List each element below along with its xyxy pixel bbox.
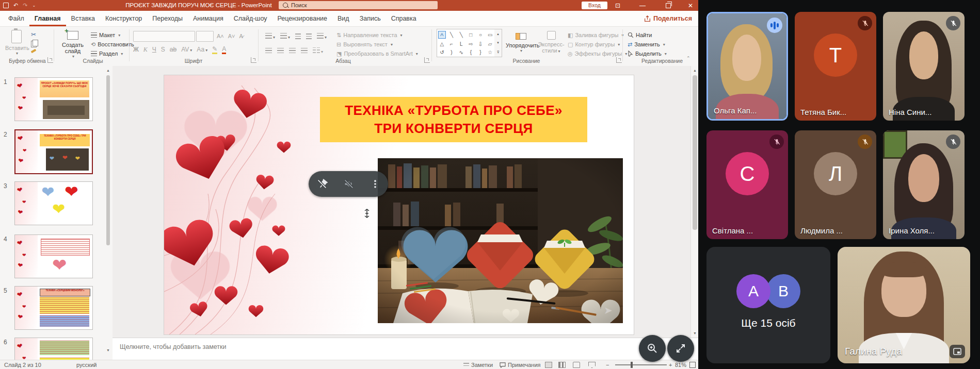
view-sorter-button[interactable] (558, 360, 566, 369)
shape-fill-button[interactable]: ◧Заливка фигуры▾ (568, 31, 623, 39)
bold-button[interactable]: Ж (133, 46, 139, 53)
shrink-font-icon[interactable]: A˅ (228, 33, 235, 39)
convert-smartart-button[interactable]: ⬔Преобразовать в SmartArt▾ (336, 49, 418, 58)
redo-icon[interactable]: ↷ (23, 2, 27, 9)
customize-qat-icon[interactable]: ⌄ (32, 3, 36, 8)
text-direction-button[interactable]: ⇅Направление текста▾ (336, 31, 403, 39)
slide-4-thumbnail[interactable]: ❤❤❤ ❤ (14, 234, 93, 278)
search-input[interactable]: Поиск (279, 1, 438, 9)
clear-formatting-icon[interactable]: A̷ (239, 33, 243, 39)
arrange-button[interactable]: Упорядочить ▾ (506, 30, 536, 53)
strikethrough-button[interactable]: ab (170, 46, 176, 53)
slide-2-thumbnail[interactable]: ❤❤❤ ТЕХНІКА «ТУРБОТА ПРО СЕБЕ» ТРИ КОНВЕ… (14, 129, 93, 174)
shape-effects-button[interactable]: ◎Эффекты фигуры▾ (568, 49, 627, 58)
tab-review[interactable]: Рецензирование (272, 11, 332, 26)
shape-arc[interactable]: ) (451, 49, 452, 55)
view-reading-button[interactable] (573, 360, 580, 369)
layout-button[interactable]: Макет▾ (91, 31, 120, 39)
scroll-up-icon[interactable]: ▲ (692, 67, 698, 74)
shape-triangle[interactable]: △ (440, 41, 444, 47)
numbering-icon[interactable]: ▾ (280, 33, 290, 40)
new-slide-button[interactable]: Создать слайд ▾ (58, 30, 88, 59)
font-dialog-launcher-icon[interactable] (251, 57, 256, 63)
clipboard-dialog-launcher-icon[interactable] (47, 57, 53, 63)
increase-indent-icon[interactable] (306, 33, 312, 39)
panel-scroll-down-icon[interactable]: ▼ (105, 347, 111, 354)
format-painter-icon[interactable] (31, 49, 37, 53)
align-right-icon[interactable] (289, 48, 296, 54)
shape-brace-right[interactable]: } (479, 49, 481, 55)
paragraph-dialog-launcher-icon[interactable] (424, 57, 430, 63)
section-button[interactable]: Раздел▾ (91, 49, 123, 58)
notes-pane[interactable]: Щелкните, чтобы добавить заметки (113, 338, 698, 360)
more-participants-tile[interactable]: A B Ще 15 осіб (706, 247, 830, 363)
collapse-ribbon-icon[interactable]: ⌃ (686, 56, 690, 61)
shape-curve[interactable]: ↺ (440, 49, 444, 55)
tab-transitions[interactable]: Переходы (147, 11, 188, 26)
zoom-slider-thumb[interactable] (631, 362, 633, 368)
volume-off-icon[interactable] (343, 178, 355, 190)
panel-scroll-up-icon[interactable]: ▲ (105, 67, 111, 74)
participant-tile-nina[interactable]: Ніна Сини... (883, 12, 965, 121)
tab-view[interactable]: Вид (332, 11, 355, 26)
slide-title-box[interactable]: ТЕХНІКА «ТУРБОТА ПРО СЕБЕ» ТРИ КОНВЕРТИ … (320, 97, 587, 142)
more-options-icon[interactable] (370, 179, 380, 189)
paste-button[interactable]: Вставить ▾ (5, 30, 28, 56)
find-button[interactable]: Найти (628, 31, 652, 39)
shape-oval[interactable]: ○ (479, 32, 482, 38)
slide-photo[interactable] (378, 158, 623, 323)
scroll-thumb[interactable] (693, 75, 697, 230)
restore-icon[interactable] (660, 0, 677, 11)
shape-star[interactable]: ☆ (488, 49, 492, 55)
text-shadow-button[interactable]: S (161, 46, 165, 53)
tab-animations[interactable]: Анимация (188, 11, 229, 26)
shape-arrow-down[interactable]: ⇩ (478, 41, 483, 47)
current-slide[interactable]: ТЕХНІКА «ТУРБОТА ПРО СЕБЕ» ТРИ КОНВЕРТИ … (164, 75, 634, 334)
drawing-dialog-launcher-icon[interactable] (616, 57, 622, 63)
reset-button[interactable]: ⟲Восстановить (91, 40, 134, 48)
decrease-indent-icon[interactable] (295, 33, 301, 39)
font-color-button[interactable]: А (222, 45, 226, 54)
tab-file[interactable]: Файл (3, 11, 29, 26)
language-indicator[interactable]: русский (76, 360, 97, 369)
shape-rect[interactable]: □ (469, 32, 472, 38)
participant-tile-tetiana[interactable]: Т Тетяна Бик... (795, 12, 876, 121)
tab-help[interactable]: Справка (386, 11, 422, 26)
sign-in-button[interactable]: Вход (582, 2, 607, 9)
shape-freeform[interactable]: ∿ (459, 49, 463, 55)
tab-design[interactable]: Конструктор (100, 11, 147, 26)
columns-icon[interactable]: ▾ (313, 47, 323, 54)
shape-arrow-line[interactable]: ╲ (460, 32, 463, 38)
self-tile-halyna[interactable]: Галина Руда (838, 247, 970, 363)
comments-toggle[interactable]: Примечания (500, 360, 541, 369)
shape-elbow[interactable]: ⌐ (450, 41, 453, 47)
unpin-icon[interactable] (316, 178, 328, 190)
cut-icon[interactable]: ✂ (31, 31, 37, 38)
character-spacing-button[interactable]: AV▾ (181, 46, 192, 53)
next-slide-arrow-icon[interactable]: ➤ (604, 304, 613, 316)
view-slideshow-button[interactable] (588, 360, 596, 369)
meet-zoom-in-button[interactable] (639, 335, 666, 362)
meet-fullscreen-button[interactable] (667, 335, 694, 362)
underline-button[interactable]: Ч (152, 46, 156, 53)
zoom-in-button[interactable]: + (669, 360, 672, 369)
font-size-input[interactable] (196, 31, 214, 42)
font-name-input[interactable] (133, 31, 195, 42)
tab-slideshow[interactable]: Слайд-шоу (229, 11, 272, 26)
tab-record[interactable]: Запись (355, 11, 386, 26)
tab-home[interactable]: Главная (29, 11, 66, 26)
zoom-slider[interactable] (615, 364, 667, 365)
minimize-icon[interactable]: — (634, 0, 651, 11)
copy-icon[interactable] (31, 41, 37, 47)
select-button[interactable]: Выделить▾ (628, 49, 667, 58)
align-center-icon[interactable] (277, 48, 284, 54)
undo-icon[interactable]: ↶ (13, 2, 18, 9)
highlight-button[interactable]: ✎ (212, 45, 217, 54)
tab-insert[interactable]: Вставка (66, 11, 100, 26)
bullets-icon[interactable]: ▾ (265, 33, 275, 40)
shape-line[interactable]: ╲ (450, 32, 453, 38)
shapes-gallery-scroll[interactable]: ▴▾⊽ (494, 29, 502, 57)
slide-5-thumbnail[interactable]: ❤❤❤ ТЕХНІКА «СЕРЦЕВИЙ МОНОЛОГ» (14, 286, 93, 330)
notes-toggle[interactable]: Заметки (463, 360, 493, 369)
shape-outline-button[interactable]: ▢Контур фигуры▾ (568, 40, 620, 48)
